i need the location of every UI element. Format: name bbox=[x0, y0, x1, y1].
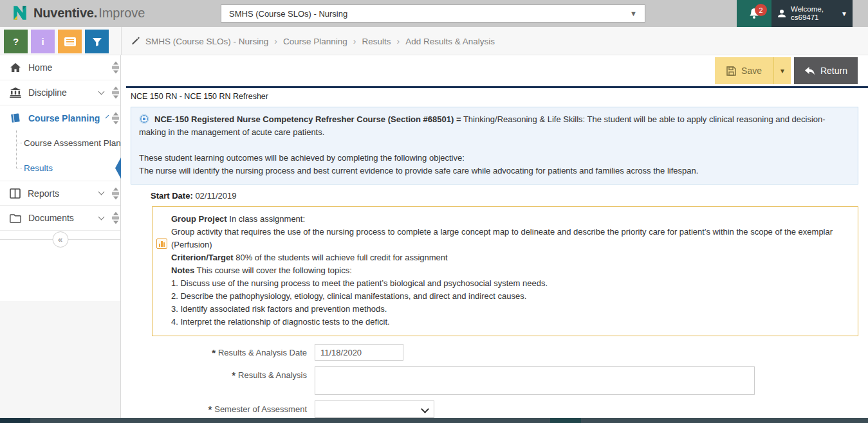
nuventive-logo-icon bbox=[12, 4, 28, 21]
sidebar-item-course-assessment-plan[interactable]: Course Assessment Plan bbox=[0, 130, 120, 156]
semester-of-assessment-select[interactable] bbox=[315, 401, 434, 418]
sidebar-item-discipline[interactable]: Discipline bbox=[0, 80, 120, 105]
bar-chart-icon bbox=[156, 239, 167, 249]
chevron-down-icon bbox=[98, 189, 105, 195]
folder-icon bbox=[10, 213, 21, 223]
chevron-down-icon bbox=[98, 213, 105, 220]
results-form: *Results & Analysis Date *Results & Anal… bbox=[131, 344, 868, 423]
start-date: Start Date: 02/11/2019 bbox=[151, 191, 868, 201]
user-menu[interactable]: Welcome,cs69471 ▼ bbox=[771, 0, 853, 27]
method-exemplar: (Perfusion) bbox=[171, 239, 849, 251]
report-columns-icon bbox=[10, 188, 21, 199]
help-button[interactable]: ? bbox=[4, 30, 28, 53]
welcome-text: Welcome,cs69471 bbox=[791, 5, 824, 22]
notes-item: 3. Identify associated risk factors and … bbox=[171, 303, 849, 316]
reorder-handle[interactable] bbox=[112, 87, 119, 99]
notes-button[interactable] bbox=[58, 30, 82, 53]
outcome-name: NCE-150 Registered Nurse Competency Refr… bbox=[154, 114, 461, 124]
breadcrumb-item-course-planning[interactable]: Course Planning bbox=[283, 37, 347, 46]
results-analysis-textarea[interactable] bbox=[315, 366, 755, 395]
scrollbar-corner bbox=[0, 418, 30, 423]
brand: Nuventive.Improve bbox=[12, 4, 145, 21]
field-label-results-analysis-date: *Results & Analysis Date bbox=[131, 344, 315, 358]
reorder-handle[interactable] bbox=[112, 212, 119, 224]
filter-icon bbox=[92, 37, 102, 47]
chevron-down-icon: ▼ bbox=[630, 10, 637, 17]
criterion-label: Criterion/Target bbox=[171, 253, 234, 262]
notes-item: 1. Discuss use of the nursing process to… bbox=[171, 277, 849, 290]
field-label-results-analysis: *Results & Analysis bbox=[131, 366, 315, 381]
horizontal-scrollbar[interactable] bbox=[0, 418, 868, 423]
notifications-button[interactable]: 2 bbox=[737, 0, 771, 27]
save-icon bbox=[726, 66, 736, 76]
notes-label: Notes bbox=[171, 266, 194, 275]
book-icon bbox=[10, 113, 21, 123]
chevron-down-icon bbox=[98, 88, 105, 94]
sidebar-footer bbox=[0, 301, 120, 418]
filter-button[interactable] bbox=[85, 30, 109, 53]
breadcrumb-separator: › bbox=[274, 36, 277, 46]
sidebar-item-reports[interactable]: Reports bbox=[0, 181, 120, 206]
home-icon bbox=[10, 62, 21, 73]
notes-item: 4. Interpret the relationship of diagnos… bbox=[171, 316, 849, 328]
results-analysis-date-input[interactable] bbox=[315, 344, 403, 361]
user-icon bbox=[777, 8, 787, 19]
chevron-down-icon bbox=[106, 115, 109, 119]
sidebar-collapse-button[interactable]: « bbox=[52, 231, 68, 248]
chevron-down-icon: ▼ bbox=[841, 10, 847, 17]
return-button[interactable]: Return bbox=[794, 57, 858, 84]
reorder-handle[interactable] bbox=[112, 62, 119, 74]
context-dropdown[interactable]: SMHS (Course SLOs) - Nursing ▼ bbox=[221, 4, 645, 22]
breadcrumb: SMHS (Course SLOs) - Nursing › Course Pl… bbox=[121, 27, 868, 55]
breadcrumb-item-unit[interactable]: SMHS (Course SLOs) - Nursing bbox=[145, 37, 268, 46]
breadcrumb-separator: › bbox=[396, 36, 400, 46]
assessment-method-box: Group Project In class assignment: Group… bbox=[152, 206, 858, 336]
institution-icon bbox=[10, 87, 21, 98]
required-asterisk: * bbox=[212, 347, 216, 358]
outcome-target-icon bbox=[139, 114, 149, 124]
context-dropdown-value: SMHS (Course SLOs) - Nursing bbox=[229, 9, 347, 19]
outcome-description-box: NCE-150 Registered Nurse Competency Refr… bbox=[131, 107, 858, 184]
breadcrumb-item-results[interactable]: Results bbox=[362, 37, 391, 46]
action-bar: Save ▼ Return bbox=[121, 55, 868, 86]
sidebar-item-course-planning[interactable]: Course Planning bbox=[0, 105, 120, 130]
notification-badge: 2 bbox=[755, 4, 767, 16]
pencil-icon bbox=[131, 37, 140, 46]
reorder-handle[interactable] bbox=[112, 112, 119, 124]
course-title: NCE 150 RN - NCE 150 RN Refresher bbox=[131, 92, 868, 101]
save-button[interactable]: Save bbox=[715, 57, 773, 84]
objective-text: The nurse will identify the nursing proc… bbox=[139, 165, 849, 177]
sidebar-collapse-row: « bbox=[0, 239, 120, 240]
return-arrow-icon bbox=[804, 66, 815, 76]
sidebar-item-documents[interactable]: Documents bbox=[0, 206, 120, 231]
save-options-button[interactable]: ▼ bbox=[773, 57, 791, 84]
notes-item: 2. Describe the pathophysiology, etiolog… bbox=[171, 290, 849, 303]
method-description: Group activity that requires the use of … bbox=[171, 226, 849, 239]
quick-buttons: ? i bbox=[4, 30, 109, 53]
method-title: Group Project bbox=[171, 214, 227, 224]
list-icon bbox=[64, 37, 76, 46]
sidebar-item-home[interactable]: Home bbox=[0, 55, 120, 80]
objective-intro: These student learning outcomes will be … bbox=[139, 152, 849, 165]
breadcrumb-item-current: Add Results & Analysis bbox=[405, 37, 495, 46]
sidebar: Home Discipline Course Planning Course A… bbox=[0, 55, 121, 418]
required-asterisk: * bbox=[208, 404, 212, 415]
sidebar-item-results[interactable]: Results bbox=[0, 156, 120, 181]
required-asterisk: * bbox=[232, 370, 235, 381]
field-label-semester: *Semester of Assessment bbox=[131, 401, 315, 415]
scrollbar-thumb[interactable] bbox=[550, 418, 581, 423]
main-panel: Save ▼ Return NCE 150 RN - NCE 150 RN Re… bbox=[121, 55, 868, 423]
active-item-marker bbox=[115, 158, 121, 179]
course-planning-subitems: Course Assessment Plan Results bbox=[0, 130, 120, 181]
reorder-handle[interactable] bbox=[112, 187, 119, 199]
breadcrumb-separator: › bbox=[353, 36, 356, 46]
content-area: NCE 150 RN - NCE 150 RN Refresher NCE-15… bbox=[121, 88, 868, 423]
top-bar: Nuventive.Improve SMHS (Course SLOs) - N… bbox=[0, 0, 868, 27]
info-button[interactable]: i bbox=[31, 30, 55, 53]
brand-name: Nuventive.Improve bbox=[33, 6, 145, 21]
toolbar-row: ? i SMHS (Course SLOs) - Nursing › Cours… bbox=[0, 27, 868, 55]
